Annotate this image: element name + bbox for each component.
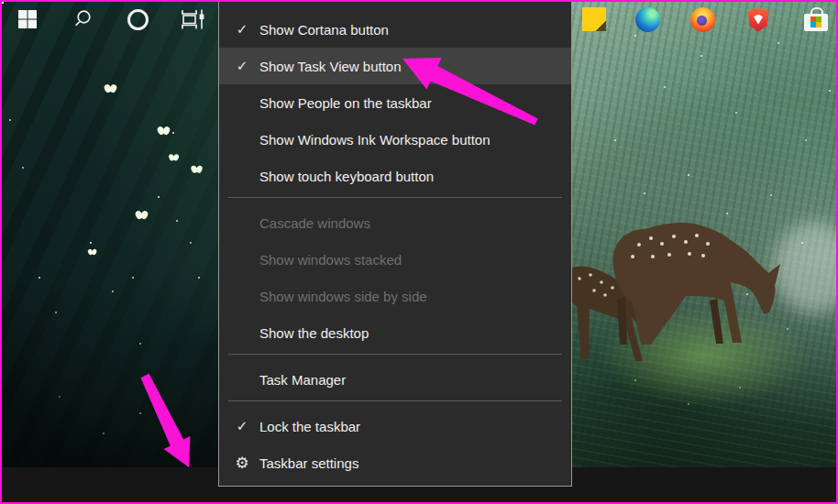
screenshot-frame: ✕ PHOTOSCAPE ✓Show Cortana button✓Show T… bbox=[0, 0, 838, 504]
menu-item-label: Show windows stacked bbox=[259, 252, 402, 268]
large-deer bbox=[613, 223, 780, 345]
menu-separator bbox=[228, 354, 562, 355]
wallpaper-sparkles-right bbox=[2, 2, 4, 4]
menu-separator bbox=[228, 197, 562, 198]
menu-item-show-people-on-the-taskbar[interactable]: Show People on the taskbar bbox=[219, 84, 571, 121]
taskbar-context-menu: ✓Show Cortana button✓Show Task View butt… bbox=[218, 2, 572, 487]
brave-button[interactable] bbox=[738, 2, 778, 37]
firefox-button[interactable] bbox=[682, 2, 722, 37]
store-button[interactable] bbox=[796, 2, 836, 37]
butterfly-decoration bbox=[136, 211, 149, 222]
menu-item-show-windows-ink-workspace-button[interactable]: Show Windows Ink Workspace button bbox=[219, 121, 571, 158]
start-button[interactable] bbox=[7, 2, 48, 37]
firefox-icon bbox=[690, 7, 715, 32]
gear-icon: ⚙ bbox=[228, 454, 256, 473]
windows-logo-icon bbox=[17, 9, 38, 29]
menu-item-label: Lock the taskbar bbox=[259, 419, 360, 434]
menu-item-show-windows-side-by-side: Show windows side by side bbox=[219, 278, 571, 314]
butterfly-decoration bbox=[192, 166, 204, 176]
checkmark-icon: ✓ bbox=[228, 21, 256, 38]
deer-illustration bbox=[552, 203, 838, 387]
cortana-button[interactable] bbox=[117, 2, 158, 37]
menu-item-label: Show the desktop bbox=[259, 325, 369, 341]
sticky-notes-icon bbox=[582, 7, 606, 31]
menu-item-label: Show Cortana button bbox=[259, 22, 389, 38]
butterfly-decoration bbox=[169, 154, 179, 163]
menu-item-show-cortana-button[interactable]: ✓Show Cortana button bbox=[219, 11, 571, 48]
menu-item-taskbar-settings[interactable]: ⚙Taskbar settings bbox=[219, 444, 571, 481]
search-icon bbox=[72, 9, 93, 29]
menu-item-label: Show Windows Ink Workspace button bbox=[259, 132, 491, 148]
menu-item-show-task-view-button[interactable]: ✓Show Task View button bbox=[219, 48, 571, 84]
menu-separator bbox=[228, 400, 562, 401]
menu-item-show-touch-keyboard-button[interactable]: Show touch keyboard button bbox=[219, 158, 571, 194]
sticky-notes-button[interactable] bbox=[574, 2, 614, 37]
microsoft-store-icon bbox=[804, 7, 828, 31]
microsoft-edge-icon bbox=[635, 7, 660, 32]
menu-item-task-manager[interactable]: Task Manager bbox=[219, 361, 571, 398]
checkmark-icon: ✓ bbox=[228, 58, 256, 74]
butterfly-decoration bbox=[88, 249, 97, 257]
menu-item-label: Task Manager bbox=[259, 372, 346, 388]
menu-item-label: Cascade windows bbox=[259, 215, 370, 231]
butterfly-decoration bbox=[158, 126, 171, 137]
checkmark-icon: ✓ bbox=[228, 418, 256, 434]
menu-item-label: Taskbar settings bbox=[259, 455, 358, 471]
menu-item-show-windows-stacked: Show windows stacked bbox=[219, 241, 571, 278]
task-view-icon bbox=[179, 7, 204, 31]
menu-item-label: Show Task View button bbox=[259, 59, 402, 74]
menu-item-label: Show People on the taskbar bbox=[259, 95, 432, 111]
menu-item-label: Show touch keyboard button bbox=[259, 169, 434, 184]
edge-button[interactable] bbox=[627, 2, 667, 37]
search-button[interactable] bbox=[62, 2, 103, 37]
brave-icon bbox=[747, 7, 769, 32]
task-view-button[interactable] bbox=[171, 2, 212, 37]
butterfly-decoration bbox=[105, 84, 117, 95]
menu-item-show-the-desktop[interactable]: Show the desktop bbox=[219, 314, 571, 351]
menu-item-cascade-windows: Cascade windows bbox=[219, 204, 571, 241]
menu-item-lock-the-taskbar[interactable]: ✓Lock the taskbar bbox=[219, 408, 571, 444]
cortana-circle-icon bbox=[127, 9, 149, 30]
menu-item-label: Show windows side by side bbox=[259, 289, 427, 304]
